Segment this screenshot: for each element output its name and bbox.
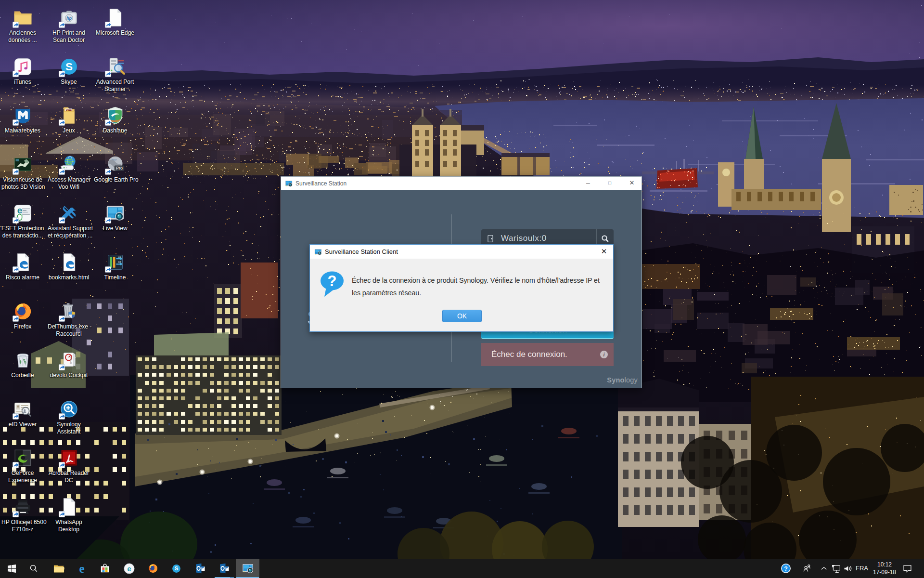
svg-text:e: e (127, 565, 131, 572)
svg-text:02: 02 (118, 255, 121, 258)
svg-text:S: S (174, 565, 178, 571)
svg-text:devolo: devolo (70, 357, 72, 364)
svg-text:Pro: Pro (116, 166, 123, 171)
svg-text:03: 03 (118, 261, 121, 263)
svg-text:e: e (79, 562, 84, 575)
svg-text:?: ? (328, 273, 337, 289)
svg-text:?: ? (784, 565, 788, 572)
svg-text:S: S (65, 61, 72, 73)
svg-text:hp: hp (66, 16, 72, 21)
